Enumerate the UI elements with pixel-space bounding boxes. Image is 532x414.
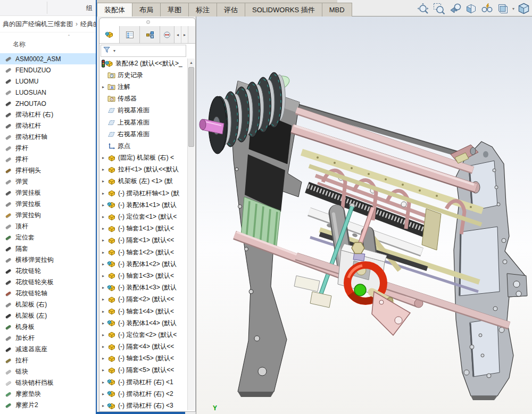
tree-item[interactable]: 历史记录 — [99, 69, 187, 81]
commandmanager-tab[interactable]: 布局 — [132, 3, 161, 16]
list-item[interactable]: 花纹链轮夹板 — [0, 277, 96, 288]
tree-item[interactable]: 前视基准面 — [99, 105, 187, 117]
commandmanager-tab[interactable]: 装配体 — [97, 3, 132, 16]
list-item[interactable]: 撑杆 — [0, 154, 96, 165]
expander-icon[interactable]: ▸ — [102, 392, 107, 396]
list-item[interactable]: 链块 — [0, 366, 96, 377]
list-item[interactable]: 摩擦垫块 — [0, 388, 96, 400]
propertymanager-tab[interactable] — [120, 26, 140, 43]
commandmanager-tab[interactable]: 标注 — [188, 3, 217, 16]
list-item[interactable]: ZHOUTAO — [0, 98, 96, 109]
zoom-fit-icon[interactable] — [416, 2, 430, 15]
tree-item[interactable]: ▸(-) 装配体1<4> (默认 — [99, 317, 187, 329]
list-item[interactable]: 弹簧 — [0, 176, 96, 187]
expander-icon[interactable]: ▸ — [102, 321, 107, 326]
tree-item[interactable]: ▸(-) 轴套1<2> (默认< — [99, 246, 187, 258]
list-column-header[interactable]: ˆ 名称 — [0, 32, 96, 53]
list-item[interactable]: 摩擦片2 — [0, 400, 96, 411]
tree-item[interactable]: ▸(-) 摆动杠杆轴<1> (默 — [99, 187, 187, 199]
list-item[interactable]: LUOSUAN — [0, 87, 96, 98]
tree-filter[interactable]: ▾ — [101, 45, 186, 57]
tree-item[interactable]: 传感器 — [99, 93, 187, 105]
commandmanager-tab[interactable]: MBD — [322, 3, 352, 16]
scroll-thumb[interactable] — [188, 67, 194, 147]
expander-icon[interactable]: ▸ — [102, 250, 107, 255]
expander-icon[interactable]: ▸ — [102, 285, 107, 290]
tree-item[interactable]: ▸(-) 轴套1<4> (默认< — [99, 305, 187, 317]
list-item[interactable]: 花纹链轮轴 — [0, 288, 96, 299]
list-item[interactable]: 加长杆 — [0, 333, 96, 344]
expander-icon[interactable]: ▸ — [102, 344, 107, 349]
list-item[interactable]: 弹簧挂板 — [0, 187, 96, 198]
breadcrumb[interactable]: 典的国产经编机三维套图 › 经典的 — [0, 16, 96, 32]
tree-item[interactable]: ▸拉杆<1> (默认<<默认 — [99, 164, 187, 176]
list-item[interactable]: 摆动杠杆 — [0, 120, 96, 131]
list-item[interactable]: 链块销杆挡板 — [0, 377, 96, 388]
tree-item[interactable]: ▸(-) 隔套<4> (默认<< — [99, 341, 187, 353]
list-item[interactable]: 撑杆 — [0, 143, 96, 154]
expander-icon[interactable]: ▸ — [102, 238, 107, 243]
commandmanager-tab[interactable]: 草图 — [160, 3, 189, 16]
list-item[interactable]: FENDUZUO — [0, 64, 96, 76]
expander-icon[interactable]: ▸ — [102, 309, 107, 314]
expander-icon[interactable]: ▸ — [102, 226, 107, 231]
tree-item[interactable]: ▸(-) 轴套1<5> (默认< — [99, 353, 187, 365]
tree-item[interactable]: ▸机架板 (左) <1> (默 — [99, 176, 187, 187]
list-item[interactable]: 顶杆 — [0, 221, 96, 232]
tree-item[interactable]: ▸(-) 摆动杠杆 (右) <1 — [99, 376, 187, 388]
list-item[interactable]: ASM0002_ASM — [0, 53, 96, 64]
scroll-up-icon[interactable]: ▲ — [188, 59, 195, 66]
list-item[interactable]: 花纹链轮 — [0, 266, 96, 277]
section-view-icon[interactable] — [464, 2, 478, 15]
display-style-caret-icon[interactable]: ▾ — [512, 6, 514, 11]
view-orientation-icon[interactable] — [517, 2, 531, 15]
tree-item[interactable]: ▸(-) 摆动杠杆 (右) <3 — [99, 400, 187, 411]
tab-scroll-right-icon[interactable]: ▸ — [181, 26, 188, 43]
expander-icon[interactable]: ▸ — [102, 297, 107, 302]
tree-item[interactable]: ▸(-) 轴套1<3> (默认< — [99, 270, 187, 281]
list-item[interactable]: 拉杆 — [0, 355, 96, 366]
tree-item[interactable]: ▸(-) 隔套<5> (默认<< — [99, 365, 187, 376]
list-item[interactable]: 摆动杠杆轴 — [0, 131, 96, 143]
expander-icon[interactable]: ▸ — [102, 203, 107, 208]
list-item[interactable]: 横移弹簧拉钩 — [0, 254, 96, 266]
tree-item[interactable]: 装配体2 (默认<<默认>_ — [99, 57, 187, 69]
expander-icon[interactable]: ▸ — [102, 214, 107, 219]
tree-item[interactable]: ▸(固定) 机架板 (右) < — [99, 152, 187, 164]
list-item[interactable]: 机架板 (右) — [0, 299, 96, 310]
list-item[interactable]: 隔套 — [0, 243, 96, 254]
tree-scrollbar[interactable]: ▲ — [187, 59, 195, 410]
list-item[interactable]: 弹簧拉板 — [0, 198, 96, 210]
zoom-area-icon[interactable] — [432, 2, 446, 15]
tree-item[interactable]: ▸(-) 装配体1<3> (默认 — [99, 282, 187, 294]
expander-icon[interactable]: ▸ — [102, 85, 107, 89]
viewport-3d[interactable]: Y — [196, 16, 532, 414]
list-item[interactable]: 减速器底座 — [0, 344, 96, 355]
display-style-icon[interactable] — [496, 2, 510, 15]
tree-item[interactable]: ▸(-) 轴套1<1> (默认< — [99, 223, 187, 235]
featuremanager-tab[interactable] — [99, 26, 120, 43]
list-item[interactable]: 摆动杠杆 (右) — [0, 109, 96, 120]
tree-item[interactable]: ▸(-) 定位套<1> (默认< — [99, 211, 187, 222]
expander-icon[interactable]: ▸ — [102, 191, 107, 196]
expander-icon[interactable]: ▸ — [102, 368, 107, 372]
expander-icon[interactable]: ▸ — [102, 380, 107, 385]
configurationmanager-tab[interactable] — [140, 26, 160, 43]
tree-item[interactable]: ▸(-) 装配体1<2> (默认 — [99, 258, 187, 270]
expander-icon[interactable]: ▸ — [102, 167, 107, 172]
breadcrumb-crumb[interactable]: 典的国产经编机三维套图 — [3, 20, 73, 29]
previous-view-icon[interactable] — [448, 2, 462, 15]
expander-icon[interactable]: ▸ — [102, 403, 107, 408]
tree-item[interactable]: ▸(-) 隔套<1> (默认<< — [99, 235, 187, 246]
tree-item[interactable]: 原点 — [99, 140, 187, 152]
tree-item[interactable]: ▸(-) 定位套<2> (默认< — [99, 329, 187, 341]
tab-scroll-left-icon[interactable]: ◂ — [174, 26, 181, 43]
tree-item[interactable]: ▸A注解 — [99, 81, 187, 93]
commandmanager-tab[interactable]: SOLIDWORKS 插件 — [245, 3, 322, 16]
expander-icon[interactable]: ▸ — [102, 274, 107, 278]
tree-item[interactable]: 右视基准面 — [99, 128, 187, 140]
expander-icon[interactable]: ▸ — [102, 356, 107, 361]
commandmanager-tab[interactable]: 评估 — [217, 3, 245, 16]
hide-show-items-icon[interactable] — [480, 2, 494, 15]
panel-drag-handle-icon[interactable] — [146, 20, 150, 24]
